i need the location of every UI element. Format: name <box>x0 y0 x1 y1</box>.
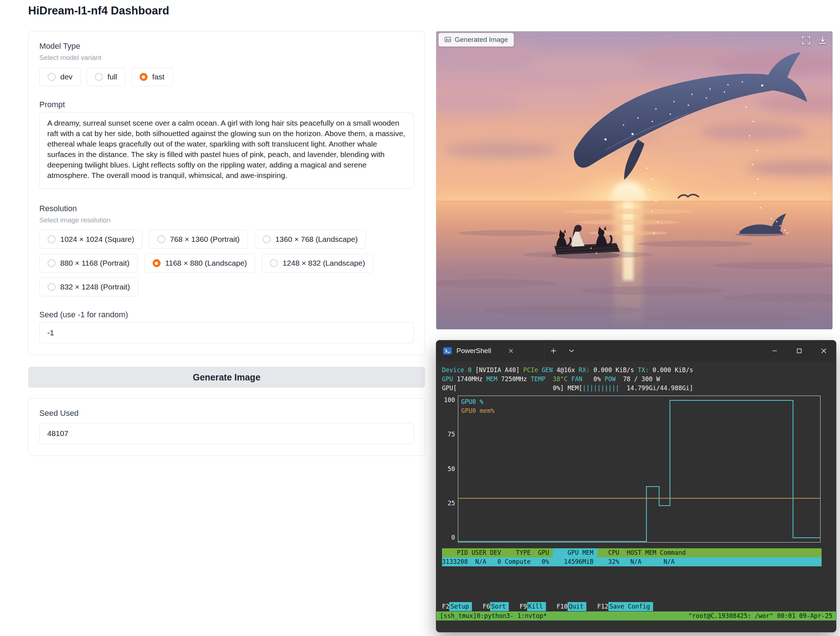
powershell-tab[interactable]: PowerShell <box>436 340 545 361</box>
resolution-option-label: 1360 × 768 (Landscape) <box>275 235 358 244</box>
download-icon <box>818 36 827 45</box>
resolution-options: 1024 × 1024 (Square) 768 × 1360 (Portrai… <box>39 230 414 296</box>
header-right: CPU HOST MEM Command <box>597 548 822 557</box>
model-option-label: dev <box>60 73 73 81</box>
legend-gpu: GPU0 % <box>461 397 494 407</box>
radio-icon <box>47 235 55 243</box>
legend-mem: GPU0 mem% <box>461 407 494 416</box>
chart-y-axis: 0255075100 <box>442 396 458 543</box>
minimize-icon <box>772 348 778 354</box>
nvtop-function-keys: F2SetupF6SortF9KillF10QuitF12Save Config <box>442 602 653 611</box>
maximize-button[interactable] <box>787 340 812 361</box>
tmux-status-bar: [ssh_tmux]0:python3- 1:nvtop* "root@C.19… <box>436 611 836 620</box>
chart-legend: GPU0 % GPU0 mem% <box>461 397 494 416</box>
generation-form-card: Model Type Select model variant dev full… <box>28 31 425 355</box>
generated-image-panel: Generated Image <box>436 31 833 329</box>
dashboard-root: HiDream-I1-nf4 Dashboard Model Type Sele… <box>0 0 840 636</box>
resolution-option-label: 880 × 1168 (Portrait) <box>60 259 129 267</box>
new-tab-button[interactable] <box>545 340 562 361</box>
page-title: HiDream-I1-nf4 Dashboard <box>28 4 169 17</box>
image-icon <box>444 36 452 43</box>
resolution-option-1360x768[interactable]: 1360 × 768 (Landscape) <box>254 230 366 249</box>
model-type-options: dev full fast <box>39 68 414 86</box>
resolution-hint: Select image resolution <box>39 216 414 224</box>
chart-plot-area: GPU0 % GPU0 mem% <box>458 396 821 543</box>
tab-close-icon[interactable] <box>508 348 513 353</box>
image-badge: Generated Image <box>438 33 514 47</box>
powershell-icon <box>443 346 452 356</box>
model-option-label: fast <box>152 73 164 81</box>
resolution-option-1024x1024[interactable]: 1024 × 1024 (Square) <box>39 230 142 249</box>
resolution-option-832x1248[interactable]: 832 × 1248 (Portrait) <box>39 278 138 296</box>
tab-dropdown-button[interactable] <box>562 340 581 361</box>
close-button[interactable] <box>812 340 836 361</box>
tab-title: PowerShell <box>456 347 491 355</box>
seed-used-label: Seed Used <box>39 408 414 418</box>
model-type-label: Model Type <box>39 41 414 51</box>
chevron-down-icon <box>568 348 575 354</box>
radio-icon <box>140 73 148 81</box>
image-actions <box>801 36 827 46</box>
image-badge-label: Generated Image <box>455 36 508 44</box>
resolution-option-768x1360[interactable]: 768 × 1360 (Portrait) <box>149 230 248 249</box>
resolution-option-880x1168[interactable]: 880 × 1168 (Portrait) <box>39 254 138 272</box>
resolution-label: Resolution <box>39 204 414 213</box>
seed-input[interactable] <box>39 322 414 343</box>
maximize-icon <box>796 348 802 354</box>
tmux-session-info: [ssh_tmux]0:python3- 1:nvtop* <box>440 611 547 620</box>
radio-icon <box>47 73 55 81</box>
resolution-option-label: 832 × 1248 (Portrait) <box>60 283 130 291</box>
process-row[interactable]: 3133208 N/A 0 Compute 0% 14596MiB 32% N/… <box>442 557 822 566</box>
radio-icon <box>270 259 278 267</box>
terminal-content: Device 0 [NVIDIA A40] PCIe GEN 4@16x RX:… <box>436 361 836 632</box>
resolution-option-label: 1168 × 880 (Landscape) <box>165 259 247 267</box>
resolution-option-1248x832[interactable]: 1248 × 832 (Landscape) <box>262 254 373 272</box>
radio-icon <box>47 283 55 291</box>
seed-used-card: Seed Used 48107 <box>28 398 425 456</box>
resolution-option-1168x880[interactable]: 1168 × 880 (Landscape) <box>144 254 256 272</box>
process-table: PID USER DEV TYPE GPU GPU MEM CPU HOST M… <box>442 548 822 566</box>
tmux-host-clock: "root@C.19308425: /wor" 00:01 09-Apr-25 <box>688 611 832 620</box>
seed-label: Seed (use -1 for random) <box>39 310 414 320</box>
window-controls <box>763 340 836 361</box>
prompt-label: Prompt <box>39 100 414 109</box>
resolution-option-label: 768 × 1360 (Portrait) <box>170 235 240 244</box>
seed-used-value: 48107 <box>39 423 414 444</box>
gpu-utilization-chart: 0255075100 GPU0 % GPU0 mem% <box>442 396 836 543</box>
radio-icon <box>153 259 161 267</box>
resolution-option-label: 1248 × 832 (Landscape) <box>283 259 365 267</box>
prompt-input[interactable]: A dreamy, surreal sunset scene over a ca… <box>39 112 414 189</box>
radio-icon <box>263 235 271 243</box>
radio-icon <box>95 73 103 81</box>
model-option-dev[interactable]: dev <box>39 68 81 86</box>
terminal-titlebar: PowerShell <box>436 340 836 361</box>
nvtop-device-info: Device 0 [NVIDIA A40] PCIe GEN 4@16x RX:… <box>442 365 836 393</box>
generation-controls: Model Type Select model variant dev full… <box>28 31 425 456</box>
fullscreen-button[interactable] <box>801 36 811 46</box>
header-left: PID USER DEV TYPE GPU <box>442 548 553 557</box>
radio-icon <box>157 235 165 243</box>
process-table-header: PID USER DEV TYPE GPU GPU MEM CPU HOST M… <box>442 548 822 557</box>
minimize-button[interactable] <box>763 340 787 361</box>
model-type-hint: Select model variant <box>39 54 414 62</box>
download-button[interactable] <box>818 36 827 46</box>
radio-icon <box>47 259 55 267</box>
resolution-option-label: 1024 × 1024 (Square) <box>60 235 134 244</box>
header-gpu-mem: GPU MEM <box>553 548 597 557</box>
model-option-full[interactable]: full <box>87 68 126 86</box>
fullscreen-icon <box>801 36 811 45</box>
close-icon <box>821 348 827 354</box>
model-option-label: full <box>107 73 117 81</box>
model-option-fast[interactable]: fast <box>131 68 173 86</box>
plus-icon <box>551 348 556 354</box>
terminal-window: PowerShell <box>436 340 836 632</box>
chart-lines <box>458 396 820 542</box>
generated-image <box>436 32 832 329</box>
generate-image-button[interactable]: Generate Image <box>28 367 425 388</box>
